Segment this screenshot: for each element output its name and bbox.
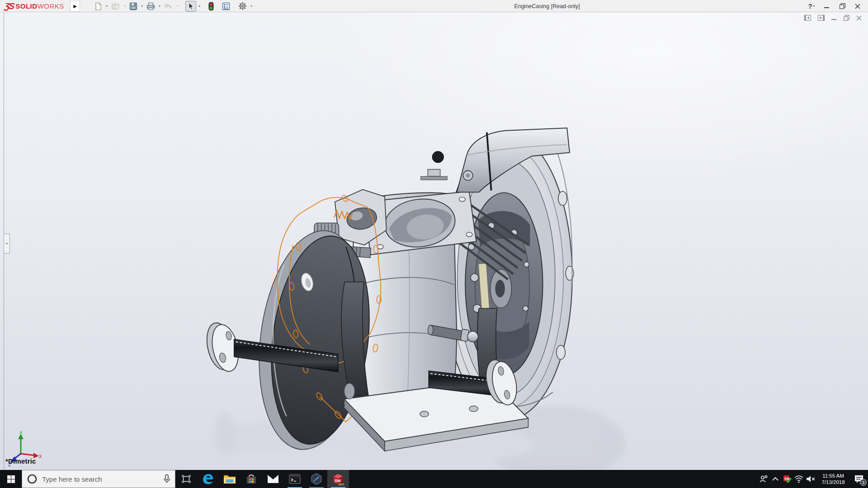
windows-logo-icon xyxy=(7,475,15,483)
save-floppy-icon xyxy=(129,2,137,10)
taskbar-search-box[interactable]: Type here to search xyxy=(22,470,175,488)
cortana-icon xyxy=(27,474,38,484)
save-dropdown[interactable]: ▾ xyxy=(140,4,144,8)
solidworks-monitor-tray[interactable]: SW xyxy=(781,470,793,488)
clock[interactable]: 11:55 AM 7/13/2018 xyxy=(816,470,850,488)
options-button[interactable] xyxy=(237,1,248,12)
close-button[interactable] xyxy=(851,0,864,12)
options-dropdown[interactable]: ▾ xyxy=(249,4,254,8)
print-button[interactable] xyxy=(145,1,156,12)
solidworks-logo: ƷS SOLID WORKS xyxy=(5,0,64,12)
file-properties-button[interactable] xyxy=(221,1,231,12)
gear-icon xyxy=(238,2,247,10)
wifi-icon xyxy=(794,475,804,483)
tray-date: 7/13/2018 xyxy=(821,479,844,485)
search-placeholder: Type here to search xyxy=(42,475,159,483)
taskbar-item-mail[interactable] xyxy=(262,470,284,488)
chevron-up-icon xyxy=(772,477,779,481)
rebuild-button[interactable] xyxy=(207,1,215,12)
taskbar-item-command-prompt[interactable] xyxy=(284,470,306,488)
help-button[interactable]: ? ▾ xyxy=(805,0,818,12)
window-controls: ? ▾ xyxy=(805,0,864,12)
traffic-light-icon xyxy=(208,2,214,11)
restore-icon xyxy=(840,3,845,9)
triad-x-label: X xyxy=(39,454,42,459)
solidworks-check-icon: SW xyxy=(783,474,792,483)
window-title: EngineCasing [Read-only] xyxy=(514,0,580,12)
open-dropdown: ▾ xyxy=(123,4,127,8)
people-button[interactable] xyxy=(758,470,769,488)
taskbar-item-store[interactable] xyxy=(241,470,262,488)
taskbar: Type here to search xyxy=(0,470,868,488)
taskbar-item-edrawings[interactable] xyxy=(306,470,327,488)
store-icon xyxy=(245,473,257,485)
solidworks-logo-mark: ƷS xyxy=(4,1,14,11)
open-button[interactable] xyxy=(110,1,122,12)
triad-y-label: Y xyxy=(19,431,23,436)
select-tool-button[interactable] xyxy=(185,1,196,12)
minimize-icon xyxy=(824,4,830,9)
file-explorer-icon xyxy=(223,474,236,484)
close-icon xyxy=(855,4,860,9)
restore-button[interactable] xyxy=(835,0,849,12)
minimize-button[interactable] xyxy=(820,0,834,12)
svg-text:SW: SW xyxy=(784,477,790,480)
file-properties-icon xyxy=(222,2,230,10)
quick-access-toolbar: ▾ ▾ ▾ xyxy=(93,0,254,12)
undo-dropdown: ▾ xyxy=(175,4,180,8)
tray-overflow-button[interactable] xyxy=(769,470,781,488)
titlebar: ƷS SOLID WORKS ▶ ▾ ▾ xyxy=(0,0,868,12)
task-view-icon xyxy=(182,475,191,483)
doc-close-icon[interactable] xyxy=(856,15,862,21)
new-dropdown[interactable]: ▾ xyxy=(104,4,109,8)
mail-icon xyxy=(267,474,279,484)
sw-year: 2017 xyxy=(339,483,344,486)
notification-badge: 3 xyxy=(860,479,867,486)
play-arrow-icon: ▶ xyxy=(73,4,77,9)
tray-time: 11:55 AM xyxy=(822,473,844,479)
task-view-button[interactable] xyxy=(175,470,197,488)
view-orientation-label: *Dimetric xyxy=(5,457,36,465)
new-document-button[interactable] xyxy=(93,1,104,12)
system-tray: SW 11:55 AM 7/13/2018 xyxy=(758,470,868,488)
select-dropdown[interactable]: ▾ xyxy=(197,4,202,8)
pane-previous-icon[interactable] xyxy=(804,15,811,21)
doc-minimize-icon[interactable] xyxy=(831,15,837,21)
microphone-icon[interactable] xyxy=(163,474,170,484)
taskbar-item-file-explorer[interactable] xyxy=(219,470,241,488)
wifi-tray[interactable] xyxy=(793,470,805,488)
edge-icon xyxy=(202,473,214,485)
help-icon: ? xyxy=(808,3,812,10)
printer-icon xyxy=(146,2,155,10)
new-document-icon xyxy=(94,2,102,10)
action-center-button[interactable]: 3 xyxy=(850,470,868,488)
3d-viewport[interactable]: Y X Z *Dimetric xyxy=(0,12,868,470)
people-icon xyxy=(759,475,768,483)
undo-arrow-icon xyxy=(164,2,173,10)
volume-muted-icon xyxy=(806,475,816,483)
doc-restore-icon[interactable] xyxy=(844,15,849,21)
taskbar-item-solidworks[interactable]: SW 2017 xyxy=(327,470,349,488)
sw-label: SW xyxy=(335,479,341,483)
start-button[interactable] xyxy=(0,470,22,488)
edrawings-hexagon-icon xyxy=(310,473,323,485)
select-cursor-icon xyxy=(187,2,194,10)
print-dropdown[interactable]: ▾ xyxy=(157,4,162,8)
menu-expand-button[interactable]: ▶ xyxy=(70,0,80,12)
taskbar-item-edge[interactable] xyxy=(197,470,219,488)
save-button[interactable] xyxy=(128,1,139,12)
command-prompt-icon xyxy=(289,474,301,484)
undo-button xyxy=(163,1,175,12)
open-folder-icon xyxy=(111,2,120,10)
document-window-controls xyxy=(804,15,862,21)
solidworks-cube-icon: SW 2017 xyxy=(331,472,345,486)
engine-casing-model[interactable] xyxy=(0,12,868,470)
volume-tray[interactable] xyxy=(805,470,816,488)
pane-next-icon[interactable] xyxy=(818,15,825,21)
